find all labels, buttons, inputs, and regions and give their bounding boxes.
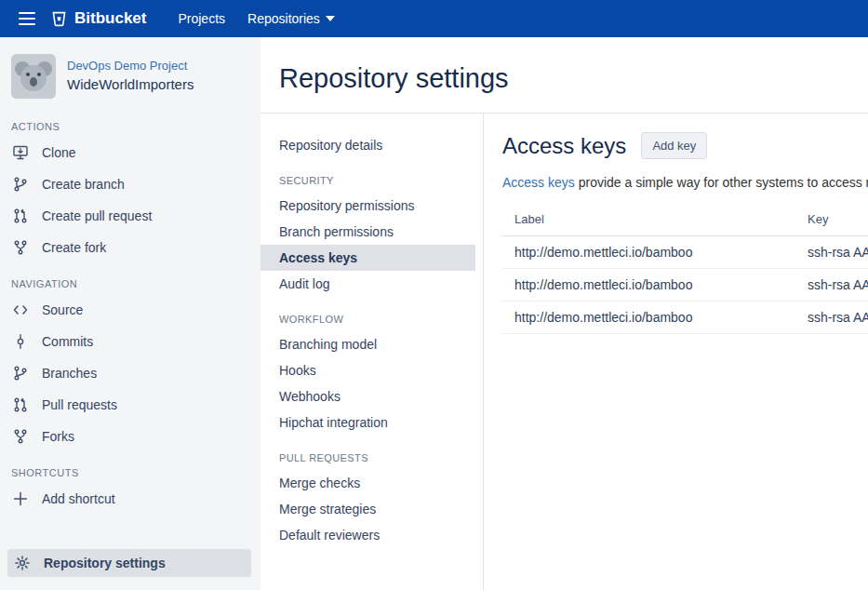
settings-nav-merge-checks[interactable]: Merge checks bbox=[260, 470, 475, 496]
settings-group-workflow: WORKFLOW bbox=[260, 297, 475, 331]
project-link[interactable]: DevOps Demo Project bbox=[67, 58, 194, 74]
sidebar-item-add-shortcut[interactable]: Add shortcut bbox=[0, 483, 260, 515]
key-value-cell: ssh-rsa AA bbox=[795, 302, 868, 334]
sidebar-item-forks[interactable]: Forks bbox=[0, 421, 260, 452]
repo-header: DevOps Demo Project WideWorldImporters bbox=[0, 50, 260, 106]
key-value-cell: ssh-rsa AA bbox=[795, 236, 868, 269]
settings-nav-default-reviewers[interactable]: Default reviewers bbox=[260, 522, 475, 548]
column-header-label: Label bbox=[502, 203, 795, 236]
nav-repositories-label: Repositories bbox=[247, 11, 320, 26]
section-title-actions: ACTIONS bbox=[0, 106, 260, 137]
key-value-cell: ssh-rsa AA bbox=[795, 269, 868, 302]
section-title-shortcuts: SHORTCUTS bbox=[0, 452, 260, 483]
sidebar-item-label: Create fork bbox=[42, 240, 106, 255]
settings-nav-branching-model[interactable]: Branching model bbox=[260, 331, 475, 357]
sidebar-item-label: Create branch bbox=[42, 177, 125, 192]
brand-text: Bitbucket bbox=[74, 9, 146, 28]
repository-name: WideWorldImporters bbox=[67, 76, 194, 92]
fork-icon bbox=[11, 239, 30, 256]
sidebar-item-source[interactable]: Source bbox=[0, 294, 260, 326]
settings-nav-hooks[interactable]: Hooks bbox=[260, 357, 475, 383]
section-title-navigation: NAVIGATION bbox=[0, 263, 260, 294]
pull-requests-icon bbox=[11, 396, 30, 413]
branch-icon bbox=[11, 176, 30, 193]
settings-nav-webhooks[interactable]: Webhooks bbox=[260, 383, 475, 409]
access-keys-description: Access keys provide a simple way for oth… bbox=[502, 175, 868, 190]
page-title: Repository settings bbox=[279, 63, 868, 94]
sidebar-item-commits[interactable]: Commits bbox=[0, 326, 260, 357]
plus-icon bbox=[11, 490, 30, 507]
sidebar-item-clone[interactable]: Clone bbox=[0, 137, 260, 168]
main-area: Repository settings Repository details S… bbox=[260, 37, 868, 590]
sidebar-item-label: Repository settings bbox=[44, 556, 166, 570]
access-keys-panel: Access keys Add key Access keys provide … bbox=[484, 114, 868, 590]
nav-projects-label: Projects bbox=[178, 11, 225, 26]
branches-icon bbox=[11, 365, 30, 382]
settings-nav-merge-strategies[interactable]: Merge strategies bbox=[260, 496, 475, 522]
repo-titles: DevOps Demo Project WideWorldImporters bbox=[67, 58, 194, 96]
key-label-cell: http://demo.mettleci.io/bamboo bbox=[502, 302, 795, 334]
bucket-icon bbox=[50, 10, 68, 28]
repo-avatar[interactable] bbox=[11, 54, 56, 99]
forks-icon bbox=[11, 428, 30, 445]
settings-nav-access-keys[interactable]: Access keys bbox=[260, 245, 475, 271]
access-keys-doc-link[interactable]: Access keys bbox=[502, 175, 575, 190]
pull-request-icon bbox=[11, 208, 30, 224]
sidebar-item-label: Add shortcut bbox=[42, 491, 115, 506]
sidebar-item-label: Commits bbox=[42, 334, 93, 349]
table-row: http://demo.mettleci.io/bamboo ssh-rsa A… bbox=[502, 302, 868, 334]
access-keys-table: Label Key http://demo.mettleci.io/bamboo… bbox=[502, 203, 868, 334]
table-row: http://demo.mettleci.io/bamboo ssh-rsa A… bbox=[502, 236, 868, 269]
top-navbar: Bitbucket Projects Repositories bbox=[0, 0, 868, 37]
settings-group-security: SECURITY bbox=[260, 158, 475, 193]
top-nav-menu: Projects Repositories bbox=[167, 6, 345, 32]
nav-repositories[interactable]: Repositories bbox=[236, 6, 346, 32]
chevron-down-icon bbox=[326, 16, 335, 21]
sidebar-item-create-branch[interactable]: Create branch bbox=[0, 168, 260, 200]
key-label-cell: http://demo.mettleci.io/bamboo bbox=[502, 269, 795, 302]
gear-icon bbox=[13, 555, 32, 571]
settings-group-pull-requests: PULL REQUESTS bbox=[260, 436, 475, 470]
repository-sidebar: DevOps Demo Project WideWorldImporters A… bbox=[0, 37, 260, 590]
sidebar-item-label: Source bbox=[42, 302, 83, 317]
settings-nav-repository-permissions[interactable]: Repository permissions bbox=[260, 193, 475, 219]
sidebar-item-repository-settings[interactable]: Repository settings bbox=[7, 549, 251, 577]
sidebar-item-pull-requests[interactable]: Pull requests bbox=[0, 389, 260, 421]
sidebar-item-create-pull-request[interactable]: Create pull request bbox=[0, 200, 260, 232]
table-row: http://demo.mettleci.io/bamboo ssh-rsa A… bbox=[502, 269, 868, 302]
app-window: Bitbucket Projects Repositories bbox=[0, 0, 868, 590]
sidebar-item-label: Create pull request bbox=[42, 208, 152, 223]
settings-nav-audit-log[interactable]: Audit log bbox=[260, 271, 475, 297]
column-header-key: Key bbox=[795, 203, 868, 236]
add-key-button[interactable]: Add key bbox=[641, 132, 707, 159]
source-icon bbox=[11, 302, 30, 318]
access-keys-description-text: provide a simple way for other systems t… bbox=[575, 175, 868, 190]
sidebar-item-label: Branches bbox=[42, 366, 97, 381]
settings-nav: Repository details SECURITY Repository p… bbox=[260, 114, 484, 590]
sidebar-item-label: Clone bbox=[42, 145, 76, 160]
settings-nav-hipchat-integration[interactable]: Hipchat integration bbox=[260, 409, 475, 436]
clone-icon bbox=[11, 144, 30, 161]
access-keys-heading: Access keys bbox=[502, 133, 626, 159]
page-header: Repository settings bbox=[260, 37, 868, 114]
sidebar-item-create-fork[interactable]: Create fork bbox=[0, 232, 260, 263]
key-label-cell: http://demo.mettleci.io/bamboo bbox=[502, 236, 795, 269]
settings-nav-branch-permissions[interactable]: Branch permissions bbox=[260, 219, 475, 245]
settings-nav-repository-details[interactable]: Repository details bbox=[260, 132, 475, 158]
sidebar-item-label: Pull requests bbox=[42, 397, 117, 412]
nav-projects[interactable]: Projects bbox=[167, 6, 236, 32]
bitbucket-logo[interactable]: Bitbucket bbox=[50, 9, 146, 28]
sidebar-item-label: Forks bbox=[42, 429, 74, 444]
sidebar-item-branches[interactable]: Branches bbox=[0, 357, 260, 389]
commits-icon bbox=[11, 333, 30, 350]
hamburger-menu-icon[interactable] bbox=[13, 5, 41, 33]
